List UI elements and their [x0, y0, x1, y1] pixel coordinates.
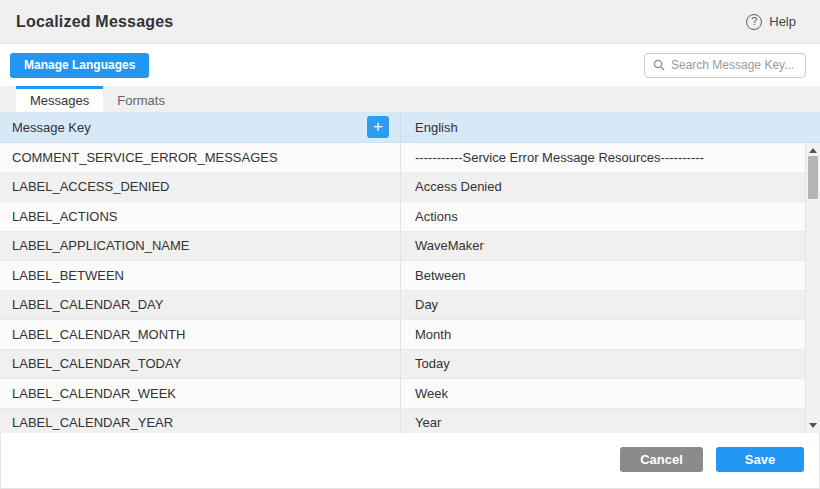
table-row[interactable]: LABEL_BETWEENBetween	[0, 261, 805, 291]
message-key-cell[interactable]: LABEL_CALENDAR_MONTH	[0, 320, 401, 349]
save-button[interactable]: Save	[716, 447, 804, 472]
table-row[interactable]: COMMENT_SERVICE_ERROR_MESSAGES----------…	[0, 143, 805, 173]
scroll-down-icon[interactable]	[809, 423, 817, 428]
message-key-cell[interactable]: LABEL_CALENDAR_DAY	[0, 291, 401, 320]
message-key-cell[interactable]: LABEL_ACCESS_DENIED	[0, 173, 401, 202]
english-value-cell[interactable]: WaveMaker	[401, 232, 805, 261]
toolbar: Manage Languages	[0, 44, 820, 86]
manage-languages-button[interactable]: Manage Languages	[10, 53, 149, 78]
message-key-cell[interactable]: LABEL_APPLICATION_NAME	[0, 232, 401, 261]
scrollbar-thumb[interactable]	[808, 156, 818, 199]
tab-messages[interactable]: Messages	[16, 86, 103, 112]
dialog-header: Localized Messages ? Help	[0, 0, 820, 44]
english-header-label: English	[415, 120, 458, 135]
table-row[interactable]: LABEL_CALENDAR_WEEKWeek	[0, 379, 805, 409]
english-value-cell[interactable]: Between	[401, 261, 805, 290]
message-key-cell[interactable]: LABEL_CALENDAR_TODAY	[0, 350, 401, 379]
table-row[interactable]: LABEL_CALENDAR_MONTHMonth	[0, 320, 805, 350]
scroll-up-icon[interactable]	[809, 148, 817, 153]
table-header: Message Key + English	[0, 112, 820, 143]
message-key-cell[interactable]: LABEL_ACTIONS	[0, 202, 401, 231]
footer-actions: Cancel Save	[620, 447, 804, 472]
search-icon	[653, 59, 665, 71]
message-key-cell[interactable]: LABEL_CALENDAR_WEEK	[0, 379, 401, 408]
column-header-english: English	[401, 112, 820, 142]
english-value-cell[interactable]: Access Denied	[401, 173, 805, 202]
english-value-cell[interactable]: -----------Service Error Message Resourc…	[401, 143, 805, 172]
english-value-cell[interactable]: Week	[401, 379, 805, 408]
message-key-header-label: Message Key	[12, 120, 91, 135]
cancel-button[interactable]: Cancel	[620, 447, 703, 472]
help-question-icon: ?	[746, 14, 762, 30]
message-key-cell[interactable]: COMMENT_SERVICE_ERROR_MESSAGES	[0, 143, 401, 172]
add-message-key-button[interactable]: +	[367, 116, 389, 138]
tab-formats[interactable]: Formats	[103, 86, 179, 112]
message-key-cell[interactable]: LABEL_BETWEEN	[0, 261, 401, 290]
table-row[interactable]: LABEL_CALENDAR_DAYDay	[0, 291, 805, 321]
column-header-message-key: Message Key +	[0, 112, 401, 142]
table-row[interactable]: LABEL_ACTIONSActions	[0, 202, 805, 232]
english-value-cell[interactable]: Actions	[401, 202, 805, 231]
table-body: COMMENT_SERVICE_ERROR_MESSAGES----------…	[0, 143, 820, 433]
table-rows: COMMENT_SERVICE_ERROR_MESSAGES----------…	[0, 143, 805, 433]
table-row[interactable]: LABEL_CALENDAR_TODAYToday	[0, 350, 805, 380]
table-row[interactable]: LABEL_ACCESS_DENIEDAccess Denied	[0, 173, 805, 203]
table-row[interactable]: LABEL_CALENDAR_YEARYear	[0, 409, 805, 434]
page-title: Localized Messages	[16, 13, 173, 31]
vertical-scrollbar[interactable]	[805, 143, 820, 433]
table-row[interactable]: LABEL_APPLICATION_NAMEWaveMaker	[0, 232, 805, 262]
english-value-cell[interactable]: Today	[401, 350, 805, 379]
english-value-cell[interactable]: Day	[401, 291, 805, 320]
tab-bar: Messages Formats	[0, 86, 820, 112]
search-box[interactable]	[644, 53, 806, 78]
search-input[interactable]	[671, 58, 797, 72]
localized-messages-dialog: Localized Messages ? Help Manage Languag…	[0, 0, 820, 489]
help-button[interactable]: ? Help	[746, 14, 796, 30]
english-value-cell[interactable]: Year	[401, 409, 805, 434]
english-value-cell[interactable]: Month	[401, 320, 805, 349]
message-key-cell[interactable]: LABEL_CALENDAR_YEAR	[0, 409, 401, 434]
help-label: Help	[769, 14, 796, 29]
